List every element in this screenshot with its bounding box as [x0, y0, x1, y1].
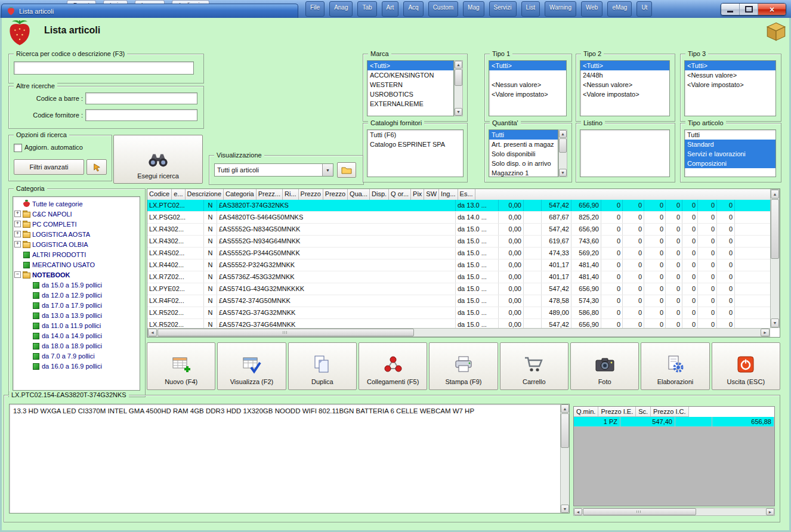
tree-item[interactable]: da 17.0 a 17.9 pollici	[13, 300, 140, 310]
table-row[interactable]: LX.R4302... N £AS5552G-N834G50MNKK da 15…	[147, 224, 770, 236]
description-scrollbar[interactable]: ▲ ▼	[560, 404, 569, 513]
parent-toolbar-button[interactable]: Anag	[329, 1, 353, 17]
tree-item[interactable]: + LOGISTICA OLBIA	[13, 239, 140, 249]
tipo2-item[interactable]: <Nessun valore>	[580, 80, 669, 89]
column-header[interactable]: e...	[172, 189, 185, 200]
parent-toolbar-button[interactable]: eMag	[607, 1, 632, 17]
column-header[interactable]: Ri...	[283, 189, 299, 200]
tipo1-item[interactable]: <Nessun valore>	[489, 80, 566, 89]
price-column-header[interactable]: Prezzo I.E.	[598, 407, 636, 417]
tipo-articolo-item[interactable]: Servizi e lavorazioni	[685, 149, 775, 159]
run-search-button[interactable]: Esegui ricerca	[113, 135, 203, 184]
quantita-item[interactable]: Solo disponibili	[489, 149, 558, 159]
links-button[interactable]: Collegamenti (F5)	[359, 342, 427, 390]
tree-expander-icon[interactable]: +	[14, 221, 21, 227]
scroll-thumb[interactable]	[455, 69, 462, 86]
close-button[interactable]: ×	[758, 4, 786, 15]
marca-item[interactable]: ACCO/KENSINGTON	[367, 70, 453, 80]
column-header[interactable]: Codice	[147, 189, 172, 200]
scroll-down-icon[interactable]: ▼	[455, 108, 462, 116]
quantita-item[interactable]: Tutti	[489, 130, 558, 140]
tipo1-item[interactable]: <Valore impostato>	[489, 89, 566, 99]
barcode-input[interactable]	[85, 92, 197, 104]
processing-button[interactable]: Elaborazioni	[641, 342, 709, 390]
column-header[interactable]: Prezzo	[299, 189, 323, 200]
window-titlebar[interactable]: Lista articoli	[1, 4, 298, 18]
tree-item[interactable]: da 13.0 a 13.9 pollici	[13, 310, 140, 320]
tree-item[interactable]: da 14.0 a 14.9 pollici	[13, 330, 140, 341]
tree-item[interactable]: Tutte le categorie	[13, 199, 140, 209]
price-column-header[interactable]: Sc.	[636, 407, 651, 417]
scroll-up-icon[interactable]: ▲	[771, 190, 779, 199]
tree-expander-icon[interactable]: +	[14, 231, 21, 237]
tree-item[interactable]: da 16.0 a 16.9 pollici	[13, 361, 140, 371]
table-row[interactable]: LX.PYE02... N £AS5741G-434G32MNKKKK da 1…	[147, 283, 770, 295]
parent-toolbar-button[interactable]: Warning	[545, 1, 576, 17]
marca-item[interactable]: <Tutti>	[367, 61, 453, 70]
maximize-button[interactable]	[740, 4, 758, 15]
marca-item[interactable]: EXTERNALREME	[367, 99, 453, 109]
column-header[interactable]: SW	[424, 189, 439, 200]
tree-expander-icon[interactable]: −	[14, 271, 21, 278]
marca-scrollbar[interactable]: ▲ ▼	[454, 60, 463, 116]
parent-toolbar-button[interactable]: Mag	[463, 1, 484, 17]
table-row[interactable]: LX.R5202... N £AS5742G-374G64MNKK da 15.…	[147, 319, 770, 328]
tree-item[interactable]: da 12.0 a 12.9 pollici	[13, 290, 140, 300]
scroll-thumb[interactable]	[771, 199, 779, 259]
cataloghi-item[interactable]: Catalogo ESPRINET SPA	[367, 140, 463, 149]
photo-button[interactable]: Foto	[570, 342, 639, 390]
scroll-thumb[interactable]	[157, 329, 414, 336]
view-combobox[interactable]: Tutti gli articoli ▼	[214, 163, 333, 177]
quantita-item[interactable]: Solo disp. o in arrivo	[489, 159, 558, 168]
scroll-left-icon[interactable]: ◄	[574, 508, 582, 515]
column-header[interactable]: Descrizione	[186, 189, 224, 200]
column-header[interactable]: Categoria	[224, 189, 257, 200]
tree-item[interactable]: da 11.0 a 11.9 pollici	[13, 320, 140, 330]
tipo2-item[interactable]: 24/48h	[580, 70, 669, 80]
scroll-right-icon[interactable]: ►	[766, 508, 774, 515]
advanced-filters-button[interactable]: Filtri avanzati	[14, 159, 84, 175]
minimize-button[interactable]	[721, 4, 740, 15]
search-code-input[interactable]	[14, 61, 194, 75]
price-row[interactable]: 1 PZ 547,40 656,88	[574, 417, 774, 427]
parent-toolbar-button[interactable]: Custom	[428, 1, 458, 17]
parent-toolbar-button[interactable]: List	[521, 1, 540, 17]
scroll-down-icon[interactable]: ▼	[559, 169, 567, 177]
scroll-right-icon[interactable]: ►	[761, 329, 770, 336]
exit-button[interactable]: Uscita (ESC)	[712, 342, 780, 390]
column-header[interactable]: Prezz...	[257, 189, 283, 200]
tree-item[interactable]: ALTRI PRODOTTI	[13, 249, 140, 259]
parent-toolbar-button[interactable]: Web	[581, 1, 602, 17]
table-row[interactable]: LX.R4302... N £AS5552G-N934G64MNKK da 15…	[147, 236, 770, 248]
parent-toolbar-button[interactable]: Servizi	[489, 1, 517, 17]
tipo1-item[interactable]: <Tutti>	[489, 61, 566, 70]
tipo-articolo-item[interactable]: Tutti	[685, 130, 775, 140]
scroll-up-icon[interactable]: ▲	[455, 61, 462, 69]
tipo1-item[interactable]	[489, 70, 566, 80]
duplicate-button[interactable]: Duplica	[288, 342, 357, 390]
price-horizontal-scrollbar[interactable]: ◄ ►	[573, 508, 775, 516]
table-row[interactable]: LX.PSG02... N £AS4820TG-5464G50MNKS da 1…	[147, 212, 770, 224]
scroll-up-icon[interactable]: ▲	[559, 130, 567, 138]
scroll-up-icon[interactable]: ▲	[561, 404, 569, 413]
tree-item[interactable]: da 15.0 a 15.9 pollici	[13, 280, 140, 290]
tree-item[interactable]: + C&C NAPOLI	[13, 209, 140, 219]
column-header[interactable]: Qua...	[348, 189, 370, 200]
package-box-icon[interactable]	[766, 21, 786, 42]
tipo3-item[interactable]: <Nessun valore>	[685, 70, 775, 80]
parent-toolbar-button[interactable]: File	[305, 1, 325, 17]
tree-item[interactable]: da 18.0 a 18.9 pollici	[13, 341, 140, 351]
table-row[interactable]: LX.R4402... N £AS5552-P324G32MNKK da 15.…	[147, 259, 770, 271]
tree-item[interactable]: da 7.0 a 7.9 pollici	[13, 351, 140, 361]
column-header[interactable]: Pix	[411, 189, 424, 200]
column-header[interactable]: Prezzo	[323, 189, 348, 200]
table-horizontal-scrollbar[interactable]: ◄ ►	[147, 328, 770, 337]
table-row[interactable]: LX.R7Z02... N £AS5736Z-453G32MNKK da 15.…	[147, 271, 770, 283]
price-column-header[interactable]: Q.min.	[574, 407, 598, 417]
combo-dropdown-icon[interactable]: ▼	[322, 164, 333, 176]
tree-item[interactable]: MERCATINO USATO	[13, 259, 140, 270]
tipo-articolo-item[interactable]: Composizioni	[685, 159, 775, 168]
parent-toolbar-button[interactable]: Acq	[403, 1, 423, 17]
scroll-thumb[interactable]	[559, 138, 567, 153]
tree-item[interactable]: − NOTEBOOK	[13, 270, 140, 280]
